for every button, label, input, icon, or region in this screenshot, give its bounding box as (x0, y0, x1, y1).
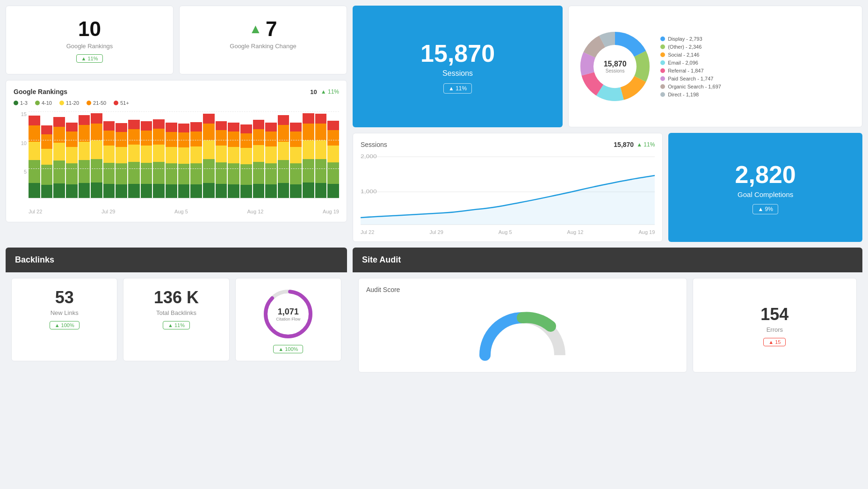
bar-segment (29, 183, 40, 198)
bar-group (278, 113, 289, 198)
citation-center: 1,071 Citation Flow (276, 307, 300, 321)
donut-legend-item: Paid Search - 1,747 (660, 76, 855, 81)
bar-segment (315, 114, 327, 124)
bar-segment (203, 159, 215, 183)
bar-segment (265, 146, 277, 163)
bar-segment (278, 160, 289, 183)
bar-segment (79, 183, 90, 198)
citation-badge: ▲ 100% (273, 345, 303, 353)
bar-segment (278, 142, 289, 160)
bar-segment (91, 124, 102, 140)
donut-card: 15,870 Sessions Display - 2,793(Other) -… (568, 6, 862, 127)
bar-segment (190, 163, 202, 184)
ranking-change-value: 7 (266, 17, 277, 41)
sessions-line-value: 15,870 (614, 141, 634, 148)
bar-segment (128, 145, 140, 162)
bar-segment (116, 147, 127, 163)
new-links-badge: ▲ 100% (50, 321, 80, 329)
bar-segment (253, 120, 265, 129)
bar-segment (315, 159, 327, 182)
backlinks-section: Backlinks 53 New Links ▲ 100% 136 K Tota… (6, 248, 347, 378)
bar-segment (303, 182, 314, 198)
bar-group (166, 113, 177, 198)
bar-segment (315, 140, 327, 159)
citation-flow-card: 1,071 Citation Flow ▲ 100% (235, 278, 341, 361)
donut-legend-dot (660, 84, 665, 89)
donut-legend-dot (660, 68, 665, 73)
bar-segment (66, 184, 78, 198)
bar-segment (116, 184, 127, 198)
bar-segment (327, 184, 339, 198)
bar-segment (41, 125, 53, 134)
bar-group (203, 113, 215, 198)
bar-segment (190, 146, 202, 163)
total-backlinks-value: 136 K (133, 288, 219, 307)
bar-segment (240, 164, 252, 185)
bar-segment (103, 146, 115, 162)
bar-segment (41, 134, 53, 149)
bar-segment (53, 127, 65, 143)
bar-segment (178, 164, 190, 184)
goal-completions-value: 2,820 (735, 161, 796, 189)
donut-legend-item: Referral - 1,847 (660, 68, 855, 73)
bar-segment (103, 184, 115, 198)
bar-segment (53, 143, 65, 161)
goal-completions-badge: ▲ 9% (752, 204, 778, 214)
donut-legend-text: Referral - 1,847 (668, 68, 703, 73)
new-links-value: 53 (21, 288, 108, 307)
bar-group (29, 113, 40, 198)
bar-group (66, 113, 78, 198)
donut-legend-item: Organic Search - 1,697 (660, 84, 855, 89)
donut-legend-text: Paid Search - 1,747 (668, 76, 713, 81)
bar-segment (278, 125, 289, 141)
bar-segment (240, 185, 252, 198)
bar-segment (91, 159, 102, 183)
donut-legend-dot (660, 44, 665, 49)
donut-legend-text: (Other) - 2,346 (668, 44, 702, 50)
donut-legend-text: Organic Search - 1,697 (668, 84, 721, 89)
donut-legend-dot (660, 92, 665, 97)
donut-legend-dot (660, 60, 665, 65)
sessions-hero-card: 15,870 Sessions ▲ 11% (353, 6, 563, 127)
svg-text:1,000: 1,000 (361, 189, 377, 194)
bar-segment (253, 129, 265, 145)
bar-segment (290, 123, 302, 131)
bar-segment (128, 120, 140, 129)
audit-score-svg (476, 308, 569, 365)
bar-segment (327, 146, 339, 162)
bar-group (91, 113, 102, 198)
sessions-badge: ▲ 11% (443, 83, 472, 94)
google-ranking-change-card: ▲ 7 Google Ranking Change (179, 6, 347, 74)
bar-segment (91, 140, 102, 159)
total-backlinks-badge: ▲ 11% (163, 321, 190, 329)
bar-segment (327, 130, 339, 146)
svg-text:2,000: 2,000 (361, 153, 377, 159)
donut-legend-text: Social - 2,146 (668, 52, 699, 58)
bar-segment (41, 165, 53, 185)
site-audit-section: Site Audit Audit Score (353, 248, 862, 378)
bar-group (327, 113, 339, 198)
bar-segment (178, 147, 190, 164)
bar-segment (228, 123, 239, 131)
bar-segment (178, 124, 190, 132)
bar-segment (240, 124, 252, 133)
sessions-line-pct: ▲ 11% (637, 141, 655, 148)
bar-segment (29, 116, 40, 125)
site-audit-header: Site Audit (353, 248, 862, 272)
bar-segment (303, 124, 314, 140)
bar-segment (116, 123, 127, 132)
bar-segment (190, 184, 202, 198)
google-rankings-card: 10 Google Rankings ▲ 11% (6, 6, 174, 74)
chart-header-value: 10 (310, 88, 317, 95)
bar-segment (203, 114, 215, 124)
bar-group (41, 113, 53, 198)
bar-segment (141, 146, 152, 162)
bar-segment (278, 183, 289, 198)
bar-group (265, 113, 277, 198)
donut-legend-item: Display - 2,793 (660, 36, 855, 42)
backlinks-header: Backlinks (6, 248, 347, 272)
bar-segment (216, 184, 227, 198)
donut-legend-dot (660, 76, 665, 81)
bar-segment (66, 147, 78, 163)
donut-legend-text: Direct - 1,198 (668, 92, 699, 97)
